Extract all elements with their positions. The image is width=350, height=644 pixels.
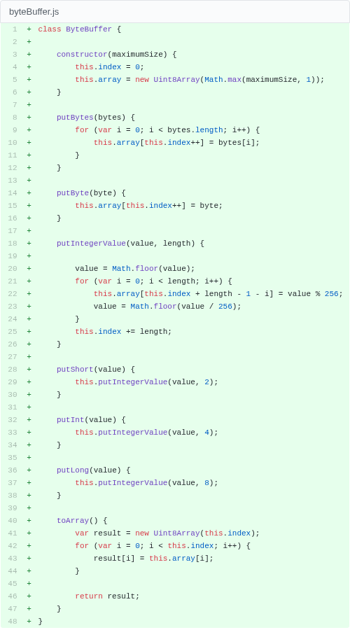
diff-line[interactable]: 6+ } [1,86,350,99]
diff-line[interactable]: 23+ value = Math.floor(value / 256); [1,300,350,313]
diff-line[interactable]: 9+ for (var i = 0; i < bytes.length; i++… [1,124,350,136]
diff-line[interactable]: 41+ var result = new Uint8Array(this.ind… [1,527,350,540]
diff-line[interactable]: 25+ this.index += length; [1,326,350,338]
diff-line[interactable]: 11+ } [1,149,350,162]
line-number[interactable]: 29 [1,376,23,388]
diff-line[interactable]: 8+ putBytes(bytes) { [1,111,350,124]
line-number[interactable]: 17 [1,225,23,237]
diff-line[interactable]: 36+ putLong(value) { [1,464,350,477]
diff-line[interactable]: 22+ this.array[this.index + length - 1 -… [1,288,350,300]
line-number[interactable]: 2 [1,36,23,48]
line-number[interactable]: 24 [1,313,23,326]
line-number[interactable]: 3 [1,48,23,61]
line-number[interactable]: 36 [1,464,23,477]
diff-line[interactable]: 32+ putInt(value) { [1,414,350,426]
line-number[interactable]: 11 [1,149,23,162]
diff-line[interactable]: 46+ return result; [1,590,350,603]
diff-line[interactable]: 42+ for (var i = 0; i < this.index; i++)… [1,540,350,552]
line-number[interactable]: 28 [1,363,23,376]
diff-line[interactable]: 16+ } [1,212,350,225]
diff-line[interactable]: 39+ [1,502,350,514]
line-number[interactable]: 33 [1,426,23,439]
line-number[interactable]: 25 [1,326,23,338]
diff-line[interactable]: 18+ putIntegerValue(value, length) { [1,237,350,250]
line-number[interactable]: 21 [1,275,23,288]
diff-line[interactable]: 28+ putShort(value) { [1,363,350,376]
line-number[interactable]: 42 [1,540,23,552]
line-number[interactable]: 4 [1,61,23,74]
diff-line[interactable]: 2+ [1,36,350,48]
line-number[interactable]: 40 [1,514,23,527]
diff-line[interactable]: 12+ } [1,162,350,174]
code-content: constructor(maximumSize) { [36,48,350,61]
diff-line[interactable]: 19+ [1,250,350,262]
line-number[interactable]: 26 [1,338,23,351]
line-number[interactable]: 12 [1,162,23,174]
diff-line[interactable]: 20+ value = Math.floor(value); [1,262,350,275]
diff-line[interactable]: 14+ putByte(byte) { [1,187,350,200]
line-number[interactable]: 18 [1,237,23,250]
line-number[interactable]: 15 [1,200,23,212]
diff-line[interactable]: 13+ [1,174,350,187]
diff-line[interactable]: 7+ [1,99,350,111]
line-number[interactable]: 30 [1,388,23,401]
line-number[interactable]: 1 [1,23,23,36]
line-number[interactable]: 9 [1,124,23,136]
line-number[interactable]: 38 [1,489,23,502]
diff-line[interactable]: 27+ [1,351,350,363]
diff-line[interactable]: 37+ this.putIntegerValue(value, 8); [1,477,350,489]
diff-line[interactable]: 17+ [1,225,350,237]
line-number[interactable]: 22 [1,288,23,300]
diff-line[interactable]: 48+} [1,615,350,629]
line-number[interactable]: 34 [1,439,23,451]
diff-line[interactable]: 34+ } [1,439,350,451]
line-number[interactable]: 27 [1,351,23,363]
diff-marker: + [23,262,36,275]
line-number[interactable]: 14 [1,187,23,200]
line-number[interactable]: 44 [1,565,23,578]
line-number[interactable]: 47 [1,603,23,615]
diff-line[interactable]: 30+ } [1,388,350,401]
code-content [36,401,350,414]
diff-line[interactable]: 21+ for (var i = 0; i < length; i++) { [1,275,350,288]
line-number[interactable]: 19 [1,250,23,262]
diff-line[interactable]: 4+ this.index = 0; [1,61,350,74]
diff-line[interactable]: 47+ } [1,603,350,615]
line-number[interactable]: 8 [1,111,23,124]
diff-line[interactable]: 33+ this.putIntegerValue(value, 4); [1,426,350,439]
line-number[interactable]: 41 [1,527,23,540]
diff-line[interactable]: 31+ [1,401,350,414]
diff-line[interactable]: 24+ } [1,313,350,326]
line-number[interactable]: 39 [1,502,23,514]
line-number[interactable]: 16 [1,212,23,225]
line-number[interactable]: 32 [1,414,23,426]
line-number[interactable]: 20 [1,262,23,275]
line-number[interactable]: 10 [1,136,23,149]
diff-line[interactable]: 15+ this.array[this.index++] = byte; [1,200,350,212]
diff-line[interactable]: 45+ [1,578,350,590]
diff-line[interactable]: 38+ } [1,489,350,502]
line-number[interactable]: 43 [1,552,23,565]
diff-line[interactable]: 40+ toArray() { [1,514,350,527]
diff-line[interactable]: 29+ this.putIntegerValue(value, 2); [1,376,350,388]
line-number[interactable]: 48 [1,615,23,629]
line-number[interactable]: 46 [1,590,23,603]
line-number[interactable]: 6 [1,86,23,99]
line-number[interactable]: 13 [1,174,23,187]
line-number[interactable]: 7 [1,99,23,111]
diff-line[interactable]: 35+ [1,451,350,464]
line-number[interactable]: 35 [1,451,23,464]
line-number[interactable]: 37 [1,477,23,489]
line-number[interactable]: 23 [1,300,23,313]
diff-line[interactable]: 1+class ByteBuffer { [1,23,350,36]
line-number[interactable]: 45 [1,578,23,590]
diff-line[interactable]: 26+ } [1,338,350,351]
diff-line[interactable]: 10+ this.array[this.index++] = bytes[i]; [1,136,350,149]
diff-line[interactable]: 3+ constructor(maximumSize) { [1,48,350,61]
file-header[interactable]: byteBuffer.js [0,0,350,23]
diff-line[interactable]: 5+ this.array = new Uint8Array(Math.max(… [1,74,350,86]
diff-line[interactable]: 43+ result[i] = this.array[i]; [1,552,350,565]
line-number[interactable]: 5 [1,74,23,86]
diff-line[interactable]: 44+ } [1,565,350,578]
line-number[interactable]: 31 [1,401,23,414]
